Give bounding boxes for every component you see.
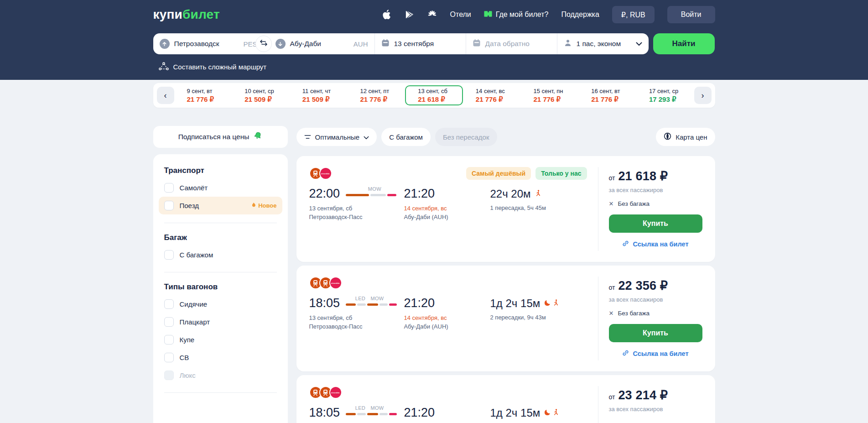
date-carousel-cells: 9 сент, вт 21 776 ₽ 10 сент, ср 21 509 ₽… [174, 83, 694, 108]
search-bar: Петрозаводск PES Абу-Даби AUH 13 сентябр… [153, 33, 715, 54]
checkbox[interactable] [164, 317, 174, 327]
arrival-date: 14 сентября, вс [404, 314, 448, 321]
checkbox[interactable] [164, 201, 174, 210]
departure-time: 18:05 [309, 296, 346, 310]
checkbox[interactable] [164, 299, 174, 309]
trip-duration: 22ч 20м [490, 188, 531, 200]
complex-route-link[interactable]: Составить сложный маршрут [153, 62, 267, 72]
checkbox[interactable] [164, 335, 174, 345]
origin-pin-icon [160, 39, 170, 49]
airline-logo: airarabia [319, 167, 332, 180]
destination-pin-icon [275, 39, 286, 49]
destination-field[interactable]: Абу-Даби AUH [264, 33, 374, 54]
filter-group-title: Транспорт [164, 166, 277, 175]
carousel-price: 21 618 ₽ [418, 95, 462, 104]
divider [164, 272, 277, 272]
checkbox[interactable] [164, 371, 174, 380]
price-note: за всех пассажиров [609, 406, 702, 413]
huawei-appgallery-icon[interactable] [427, 10, 437, 20]
buy-button[interactable]: Купить [609, 324, 702, 342]
swap-icon [260, 40, 267, 48]
card-badges: Самый дешёвыйТолько у нас [466, 167, 587, 180]
filter-option[interactable]: СВ [164, 349, 277, 366]
departure-time: 18:05 [309, 406, 346, 420]
baggage-chip[interactable]: С багажом [381, 128, 431, 146]
checkbox[interactable] [164, 353, 174, 362]
carousel-date-cell[interactable]: 17 сент, ср 17 293 ₽ [636, 85, 694, 105]
ticket-link[interactable]: Ссылка на билет [609, 240, 702, 248]
results-column: Оптимальные С багажом Без пересадок Карт… [296, 126, 715, 423]
swap-directions-button[interactable] [255, 36, 272, 52]
carousel-date-cell[interactable]: 15 сент, пн 21 776 ₽ [521, 85, 579, 105]
airline-logo: airarabia [329, 386, 342, 399]
chevron-left-icon: ‹ [164, 91, 167, 100]
checkbox[interactable] [164, 183, 174, 193]
filter-option[interactable]: Люкс [164, 366, 277, 384]
filter-option[interactable]: Поезд Новое [159, 197, 282, 214]
ticket-link[interactable]: Ссылка на билет [609, 350, 702, 358]
logo-part1: купи [153, 7, 183, 21]
price-map-label: Карта цен [676, 133, 707, 141]
route-timeline: LEDMOW [346, 303, 397, 306]
filter-option[interactable]: Самолёт [164, 179, 277, 197]
flame-icon [251, 202, 256, 209]
login-button[interactable]: Войти [667, 6, 715, 23]
filter-option[interactable]: Плацкарт [164, 313, 277, 331]
divider [164, 392, 277, 393]
carousel-price: 21 509 ₽ [244, 95, 289, 104]
carousel-date-cell[interactable]: 12 сент, пт 21 776 ₽ [348, 85, 405, 105]
filter-option[interactable]: Сидячие [164, 295, 277, 313]
carousel-date-cell[interactable]: 14 сент, вс 21 776 ₽ [463, 85, 521, 105]
price-map-chip[interactable]: Карта цен [656, 128, 715, 146]
nonstop-chip[interactable]: Без пересадок [435, 128, 497, 146]
carousel-next-button[interactable]: › [694, 87, 712, 104]
buy-button[interactable]: Купить [609, 214, 702, 233]
site-logo[interactable]: купибилет [153, 7, 220, 22]
carousel-date-cell[interactable]: 11 сент, чт 21 509 ₽ [290, 85, 348, 105]
price-note: за всех пассажиров [609, 187, 702, 193]
carrier-logos: airarabia [309, 277, 339, 289]
transfers-info: 1 пересадка, 5ч 45м [490, 204, 587, 211]
nav-hotels[interactable]: Отели [450, 10, 471, 19]
search-submit-button[interactable]: Найти [653, 33, 715, 54]
carousel-date-cell[interactable]: 9 сент, вт 21 776 ₽ [174, 85, 232, 105]
ticket-icon [484, 10, 492, 19]
depart-date-value: 13 сентября [394, 40, 434, 48]
flight-card: airarabia 18:05 LEDMOW 21:20 13 сентября… [296, 266, 715, 371]
price-note: за всех пассажиров [609, 296, 702, 303]
duration-icons [535, 189, 540, 198]
origin-field[interactable]: Петрозаводск PES [153, 33, 264, 54]
chevron-down-icon [636, 40, 642, 48]
checkbox[interactable] [164, 250, 174, 260]
close-icon: ✕ [609, 310, 614, 317]
nav-where-ticket[interactable]: Где мой билет? [484, 10, 549, 19]
chevron-down-icon [364, 133, 369, 141]
route-timeline: LEDMOW [346, 413, 397, 415]
filter-group-title: Типы вагонов [164, 282, 277, 292]
apple-icon[interactable] [382, 10, 392, 20]
subscribe-prices-label: Подписаться на цены [178, 133, 249, 141]
sort-chip[interactable]: Оптимальные [296, 128, 377, 146]
badge-exclusive: Только у нас [535, 167, 587, 180]
nav-support[interactable]: Поддержка [561, 10, 599, 19]
globe-icon [664, 132, 671, 141]
filter-option[interactable]: С багажом [164, 246, 277, 264]
carousel-prev-button[interactable]: ‹ [157, 87, 174, 104]
google-play-icon[interactable] [405, 10, 415, 20]
carousel-price: 21 509 ₽ [302, 95, 347, 104]
calendar-icon [381, 39, 390, 49]
carousel-date-cell[interactable]: 10 сент, ср 21 509 ₽ [232, 85, 290, 105]
carousel-date-cell[interactable]: 13 сент, сб 21 618 ₽ [405, 85, 463, 105]
transfers-info: 2 пересадки, 9ч 43м [490, 314, 587, 321]
passengers-selector[interactable]: 1 пас, эконом [557, 33, 649, 54]
filter-option[interactable]: Купе [164, 331, 277, 349]
return-date-field[interactable]: Дата обратно [466, 33, 557, 54]
badge-cheapest: Самый дешёвый [466, 167, 531, 180]
price-prefix: от [609, 393, 615, 401]
carousel-date-cell[interactable]: 16 сент, вт 21 776 ₽ [578, 85, 636, 105]
depart-date-field[interactable]: 13 сентября [374, 33, 466, 54]
price-column: от 23 214 ₽ за всех пассажиров ✕ [598, 375, 715, 423]
nav-support-label: Поддержка [561, 10, 599, 19]
subscribe-prices-button[interactable]: Подписаться на цены [153, 126, 288, 148]
currency-button[interactable]: ₽, RUB [612, 6, 655, 23]
